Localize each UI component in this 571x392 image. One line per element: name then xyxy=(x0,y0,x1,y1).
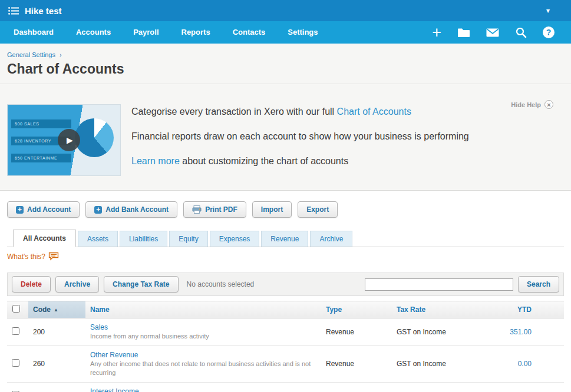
account-name-link[interactable]: Interest Income xyxy=(90,387,139,392)
tab-equity[interactable]: Equity xyxy=(169,231,207,247)
nav-item-accounts[interactable]: Accounts xyxy=(65,21,122,44)
account-tax-rate: GST on Income xyxy=(392,355,504,373)
hide-help-button[interactable]: Hide Help × xyxy=(511,100,553,109)
plus-icon: + xyxy=(16,206,24,214)
account-description: Income from any normal business activity xyxy=(90,332,316,341)
table-row[interactable]: 270 Interest Income Interest income Reve… xyxy=(7,383,564,392)
delete-button[interactable]: Delete xyxy=(12,276,51,293)
whats-this-link[interactable]: What's this? xyxy=(7,253,45,261)
plus-icon[interactable]: + xyxy=(432,26,441,38)
selection-status: No accounts selected xyxy=(187,280,255,288)
row-checkbox[interactable] xyxy=(12,359,19,367)
chart-of-accounts-link[interactable]: Chart of Accounts xyxy=(337,107,411,117)
help-line-2: Financial reports draw on each account t… xyxy=(131,131,469,142)
select-all-checkbox[interactable] xyxy=(12,305,20,313)
topbar: Hike test ▾ xyxy=(0,0,571,21)
nav-item-payroll[interactable]: Payroll xyxy=(122,21,170,44)
pie-chart-graphic xyxy=(75,118,114,157)
hide-help-label: Hide Help xyxy=(511,101,541,108)
select-all-cell xyxy=(7,301,28,318)
account-tax-rate: GST on Income xyxy=(392,323,504,341)
table-row[interactable]: 200 Sales Income from any normal busines… xyxy=(7,318,564,346)
ytd-link[interactable]: 0.00 xyxy=(518,360,532,368)
video-row-label: 650 ENTERTAINME xyxy=(11,154,71,162)
tab-expenses[interactable]: Expenses xyxy=(210,231,260,247)
column-header-ytd[interactable]: YTD xyxy=(504,302,564,317)
nav-item-dashboard[interactable]: Dashboard xyxy=(2,21,65,44)
account-type: Revenue xyxy=(321,355,392,373)
tab-all-accounts[interactable]: All Accounts xyxy=(13,230,76,247)
video-row-label: 500 SALES xyxy=(11,119,71,128)
nav-item-reports[interactable]: Reports xyxy=(170,21,222,44)
account-code: 200 xyxy=(28,323,85,341)
account-code: 270 xyxy=(28,387,85,392)
chevron-down-icon[interactable]: ▾ xyxy=(546,6,550,15)
table-header: Code ▲ Name Type Tax Rate YTD xyxy=(7,301,564,318)
page-title: Chart of Accounts xyxy=(7,61,564,77)
print-pdf-button[interactable]: Print PDF xyxy=(183,201,246,218)
close-icon[interactable]: × xyxy=(544,100,553,109)
org-menu-icon[interactable] xyxy=(8,7,19,15)
video-thumbnail[interactable]: 500 SALES 628 INVENTORY 650 ENTERTAINME … xyxy=(7,104,121,176)
help-line-3: Learn more about customizing the chart o… xyxy=(131,156,469,167)
help-panel: 500 SALES 628 INVENTORY 650 ENTERTAINME … xyxy=(7,104,564,176)
breadcrumb: General Settings › xyxy=(7,51,564,58)
tab-liabilities[interactable]: Liabilities xyxy=(120,231,167,247)
main-nav: Dashboard Accounts Payroll Reports Conta… xyxy=(0,21,571,44)
archive-button[interactable]: Archive xyxy=(55,276,99,293)
nav-item-settings[interactable]: Settings xyxy=(276,21,329,44)
tab-revenue[interactable]: Revenue xyxy=(261,231,308,247)
column-header-tax-rate[interactable]: Tax Rate xyxy=(392,302,504,317)
action-bar: Delete Archive Change Tax Rate No accoun… xyxy=(7,273,564,296)
content-section: + Add Account + Add Bank Account Print P… xyxy=(0,201,571,392)
play-icon[interactable]: ▶ xyxy=(58,129,80,151)
search-input[interactable] xyxy=(365,278,513,291)
speech-bubble-icon[interactable] xyxy=(48,252,59,261)
column-header-type[interactable]: Type xyxy=(321,302,392,317)
nav-item-contacts[interactable]: Contacts xyxy=(222,21,277,44)
page-header-section: General Settings › Chart of Accounts Hid… xyxy=(0,44,571,191)
title-divider xyxy=(0,84,571,84)
export-button[interactable]: Export xyxy=(298,201,338,218)
account-description: Any other income that does not relate to… xyxy=(90,360,316,377)
sort-asc-icon: ▲ xyxy=(54,307,58,313)
table-row[interactable]: 260 Other Revenue Any other income that … xyxy=(7,346,564,383)
help-line-1: Categorise every transaction in Xero wit… xyxy=(131,107,469,117)
change-tax-rate-button[interactable]: Change Tax Rate xyxy=(104,276,178,293)
account-name-link[interactable]: Other Revenue xyxy=(90,351,138,359)
row-checkbox[interactable] xyxy=(12,327,19,335)
nav-icon-group: + ? xyxy=(432,26,571,38)
account-name-link[interactable]: Sales xyxy=(90,323,108,331)
account-tax-rate: GST Free Income xyxy=(392,387,504,392)
account-code: 260 xyxy=(28,355,85,373)
toolbar: + Add Account + Add Bank Account Print P… xyxy=(7,201,564,218)
column-header-name[interactable]: Name xyxy=(85,302,321,317)
ytd-link[interactable]: 351.00 xyxy=(510,328,532,336)
printer-icon xyxy=(192,205,202,214)
tab-archive[interactable]: Archive xyxy=(310,231,352,247)
import-button[interactable]: Import xyxy=(252,201,292,218)
tab-assets[interactable]: Assets xyxy=(78,231,118,247)
account-type: Revenue xyxy=(321,323,392,341)
learn-more-link[interactable]: Learn more xyxy=(131,156,180,166)
whats-this: What's this? xyxy=(7,252,564,261)
folder-icon[interactable] xyxy=(457,28,470,38)
search-button[interactable]: Search xyxy=(518,276,559,293)
plus-icon: + xyxy=(94,206,102,214)
add-account-button[interactable]: + Add Account xyxy=(7,201,80,218)
org-name[interactable]: Hike test xyxy=(25,6,62,16)
help-text: Categorise every transaction in Xero wit… xyxy=(131,104,469,176)
help-icon[interactable]: ? xyxy=(543,26,555,38)
account-tabs: All Accounts Assets Liabilities Equity E… xyxy=(7,230,564,247)
search-icon[interactable] xyxy=(515,26,527,38)
mail-icon[interactable] xyxy=(486,28,499,37)
breadcrumb-link-general-settings[interactable]: General Settings xyxy=(7,51,55,58)
breadcrumb-separator: › xyxy=(60,51,62,58)
account-type: Revenue xyxy=(321,387,392,392)
add-bank-account-button[interactable]: + Add Bank Account xyxy=(85,201,177,218)
column-header-code[interactable]: Code ▲ xyxy=(28,301,85,318)
